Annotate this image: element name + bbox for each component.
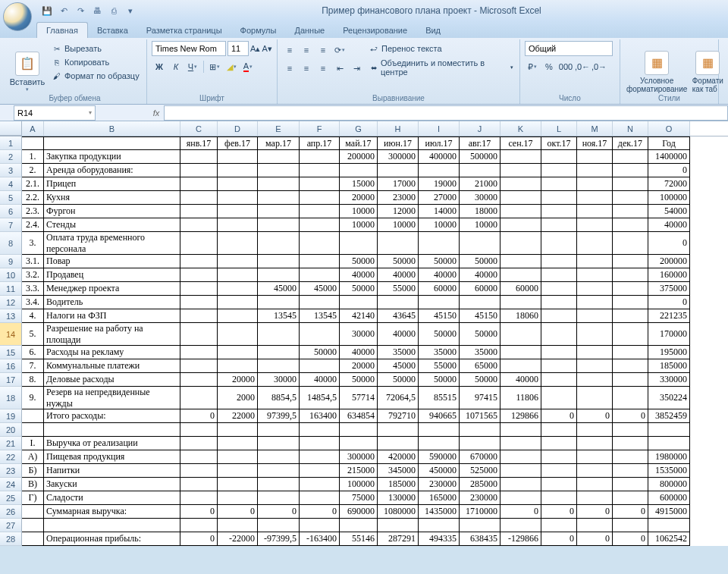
col-header-J[interactable]: J [460,121,500,136]
cell[interactable]: 3.1. [22,255,44,268]
cell[interactable] [460,296,500,309]
cell[interactable]: 330000 [648,373,690,387]
cell[interactable] [613,164,648,177]
cell[interactable]: 50000 [460,323,500,346]
wrap-text-button[interactable]: ⮐Перенос текста [367,42,515,55]
tab-data[interactable]: Данные [285,23,334,38]
fill-color-button[interactable]: ◢ [224,59,239,74]
cell[interactable] [613,464,648,478]
cell[interactable] [577,164,613,177]
cell[interactable] [218,205,258,218]
cell[interactable] [577,478,613,491]
cell[interactable]: 19000 [419,177,460,191]
cell[interactable] [180,423,218,437]
cell[interactable]: 72000 [648,177,690,191]
cell[interactable] [300,519,340,532]
cell[interactable] [460,164,500,177]
cell[interactable]: Повар [44,255,180,268]
row-header[interactable]: 19 [0,409,22,423]
format-painter-button[interactable]: 🖌Формат по образцу [50,70,141,82]
cell[interactable] [577,464,613,478]
col-header-B[interactable]: B [44,121,180,136]
cell[interactable] [258,205,300,218]
cell[interactable]: 45150 [460,309,500,323]
cell[interactable] [541,232,577,255]
cell[interactable] [180,255,218,268]
cell[interactable] [577,346,613,359]
cell[interactable]: 27000 [419,191,460,205]
cell[interactable]: 2.4. [22,218,44,232]
cell[interactable]: 50000 [460,373,500,387]
cell[interactable] [180,282,218,296]
cell[interactable] [218,423,258,437]
cell[interactable] [500,177,541,191]
cell[interactable] [180,387,218,409]
row-header[interactable]: 9 [0,255,22,268]
cell[interactable] [44,136,180,150]
cell[interactable]: Год [648,136,690,150]
cell[interactable] [460,519,500,532]
cell[interactable]: 5. [22,323,44,346]
cell[interactable]: 0 [648,296,690,309]
cell[interactable] [613,346,648,359]
cell[interactable]: 2.3. [22,205,44,218]
cell[interactable]: 215000 [340,464,378,478]
cell[interactable] [22,532,44,546]
print-icon[interactable]: 🖶 [89,3,105,18]
cell[interactable]: 4915000 [648,505,690,519]
cell[interactable] [44,423,180,437]
cell[interactable]: 40000 [340,268,378,282]
cell[interactable]: 375000 [648,282,690,296]
row-header[interactable]: 14 [0,323,22,346]
cell[interactable]: июн.17 [378,136,419,150]
cell[interactable] [258,268,300,282]
cell[interactable]: 3.3. [22,282,44,296]
cell[interactable]: 55000 [419,359,460,373]
cell[interactable] [500,268,541,282]
cell[interactable]: -22000 [218,532,258,546]
cell[interactable] [180,150,218,164]
cell[interactable]: -129866 [500,532,541,546]
cell[interactable]: апр.17 [300,136,340,150]
cell[interactable] [300,150,340,164]
cell[interactable] [258,255,300,268]
cell[interactable]: 60000 [460,282,500,296]
cell[interactable]: 185000 [648,359,690,373]
fx-icon[interactable]: fx [149,108,164,118]
cell[interactable] [258,232,300,255]
cell[interactable]: 0 [541,409,577,423]
cell[interactable] [218,323,258,346]
row-header[interactable]: 17 [0,373,22,387]
cell[interactable] [613,296,648,309]
cell[interactable]: 130000 [378,491,419,505]
align-bottom-icon[interactable]: ≡ [315,42,331,58]
row-header[interactable]: 10 [0,268,22,282]
cell[interactable] [577,519,613,532]
cell[interactable]: дек.17 [613,136,648,150]
cell[interactable] [300,464,340,478]
cell[interactable]: 50000 [340,255,378,268]
cell[interactable]: 0 [180,505,218,519]
cell[interactable] [613,268,648,282]
col-header-I[interactable]: I [419,121,460,136]
row-header[interactable]: 3 [0,164,22,177]
cell[interactable]: 8. [22,373,44,387]
row-header[interactable]: 15 [0,346,22,359]
cell[interactable] [218,164,258,177]
row-header[interactable]: 2 [0,150,22,164]
col-header-H[interactable]: H [378,121,419,136]
cell[interactable]: 170000 [648,323,690,346]
cell[interactable]: янв.17 [180,136,218,150]
cell[interactable] [300,205,340,218]
cell[interactable]: 200000 [648,255,690,268]
cell[interactable] [500,464,541,478]
cell[interactable]: Разрешение на работу на площади [44,323,180,346]
cell[interactable]: 35000 [419,346,460,359]
align-middle-icon[interactable]: ≡ [299,42,314,58]
formula-input[interactable] [164,105,728,121]
cell[interactable] [500,491,541,505]
cell[interactable] [577,268,613,282]
cell[interactable]: 97399,5 [258,409,300,423]
row-header[interactable]: 21 [0,437,22,450]
cell[interactable] [22,505,44,519]
